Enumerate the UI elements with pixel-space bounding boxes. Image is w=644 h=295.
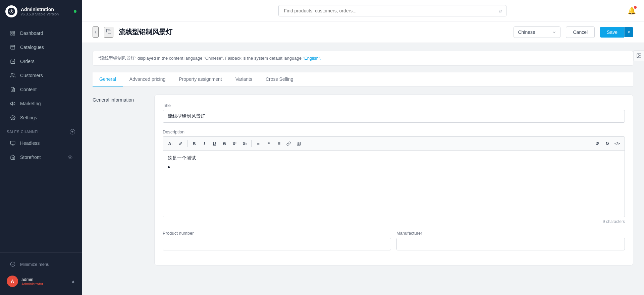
settings-icon: [9, 114, 16, 121]
svg-rect-4: [11, 45, 15, 49]
page-area: ‹ 流线型铝制风景灯 Chinese Cancel Save ▾ "流线型铝制风…: [82, 21, 644, 295]
sidebar-item-label: Dashboard: [20, 31, 43, 36]
user-name: admin: [21, 277, 71, 282]
rte-italic-button[interactable]: I: [200, 139, 209, 148]
product-number-input[interactable]: [163, 238, 391, 250]
sidebar-item-settings[interactable]: Settings: [3, 111, 79, 124]
rte-list-button[interactable]: [274, 139, 283, 148]
content-icon: [9, 86, 16, 93]
svg-rect-3: [11, 34, 12, 35]
rte-strikethrough-button[interactable]: S: [220, 139, 229, 148]
topbar-right: 🔔: [628, 7, 636, 15]
svg-point-12: [12, 117, 13, 118]
tab-cross-selling[interactable]: Cross Selling: [259, 72, 300, 86]
minimize-icon: [9, 261, 16, 268]
user-chevron-icon: ▲: [71, 279, 75, 284]
rte-separator: [187, 140, 187, 147]
title-input[interactable]: [163, 110, 625, 123]
search-container: ⌕: [278, 5, 506, 16]
page-header: ‹ 流线型铝制风景灯 Chinese Cancel Save ▾: [82, 21, 644, 43]
tab-variants[interactable]: Variants: [229, 72, 259, 86]
image-panel-icon[interactable]: [633, 50, 644, 61]
tab-general[interactable]: General: [93, 72, 123, 86]
tabs-bar: General Advanced pricing Property assign…: [93, 72, 633, 86]
rte-blockquote-button[interactable]: ❝: [264, 139, 273, 148]
svg-point-31: [638, 55, 638, 55]
sidebar-item-marketing[interactable]: Marketing: [3, 97, 79, 110]
rte-link-button[interactable]: [284, 139, 293, 148]
main-content: ⌕ 🔔 ‹ 流线型铝制风景灯 Chinese Cancel Save: [82, 0, 644, 295]
sidebar-item-orders[interactable]: Orders: [3, 55, 79, 68]
sales-channel-section: Sales Channel +: [0, 125, 82, 136]
description-field: Description A↓ ⤢ B I U S X² X₂: [163, 129, 625, 224]
rte-align-button[interactable]: ≡: [254, 139, 263, 148]
back-button[interactable]: ‹: [93, 26, 99, 38]
sidebar-footer: Minimize menu A admin Administrator ▲: [0, 252, 82, 295]
user-role: Administrator: [21, 282, 71, 286]
rte-text: 这是一个测试: [168, 155, 620, 161]
sidebar-item-customers[interactable]: Customers: [3, 69, 79, 82]
search-input[interactable]: [278, 5, 506, 16]
rte-font-size-button[interactable]: A↓: [166, 139, 175, 148]
tab-advanced-pricing[interactable]: Advanced pricing: [123, 72, 172, 86]
notification-dot: [634, 6, 637, 9]
rte-undo-button[interactable]: ↺: [592, 139, 602, 148]
sidebar-item-label: Settings: [20, 115, 37, 120]
headless-label: Headless: [20, 140, 40, 146]
language-value: Chinese: [518, 30, 535, 35]
sidebar-user[interactable]: A admin Administrator ▲: [0, 272, 82, 291]
manufacturer-input[interactable]: [396, 238, 625, 250]
cancel-button[interactable]: Cancel: [566, 26, 595, 38]
save-dropdown-button[interactable]: ▾: [624, 27, 633, 37]
sidebar-item-content[interactable]: Content: [3, 83, 79, 96]
sidebar-item-label: Customers: [20, 73, 43, 78]
rte-redo-button[interactable]: ↻: [602, 139, 612, 148]
save-button-group: Save ▾: [600, 27, 633, 38]
rte-table-button[interactable]: [294, 139, 303, 148]
marketing-icon: [9, 100, 16, 107]
sidebar-item-label: Marketing: [20, 101, 41, 106]
rte-expand-button[interactable]: ⤢: [176, 139, 185, 148]
sidebar-item-label: Catalogues: [20, 45, 44, 50]
minimize-menu-button[interactable]: Minimize menu: [3, 257, 79, 271]
search-icon: ⌕: [499, 8, 502, 14]
title-field: Title: [163, 103, 625, 123]
svg-point-16: [69, 157, 71, 158]
section-label-container: General information: [93, 95, 146, 266]
sidebar-item-dashboard[interactable]: Dashboard: [3, 26, 79, 40]
rte-separator-2: [251, 140, 252, 147]
language-notice: "流线型铝制风景灯" displayed in the content lang…: [93, 51, 633, 66]
svg-point-8: [11, 73, 13, 75]
sidebar-item-headless[interactable]: Headless: [3, 136, 79, 150]
storefront-label: Storefront: [20, 155, 41, 160]
product-number-label: Product number: [163, 231, 391, 236]
add-channel-icon[interactable]: +: [70, 129, 75, 134]
status-dot: [74, 10, 76, 13]
language-selector[interactable]: Chinese: [514, 26, 560, 38]
rte-content[interactable]: 这是一个测试: [163, 150, 625, 217]
sidebar-item-label: Content: [20, 87, 37, 92]
sidebar: Administration v6.3.5.0 Stable Version D…: [0, 0, 82, 295]
copy-button[interactable]: [104, 27, 113, 38]
svg-rect-13: [10, 141, 15, 144]
logo-inner: [8, 8, 15, 15]
tab-property-assignment[interactable]: Property assignment: [172, 72, 228, 86]
rte-superscript-button[interactable]: X²: [230, 139, 239, 148]
manufacturer-label: Manufacturer: [396, 231, 625, 236]
sidebar-item-catalogues[interactable]: Catalogues: [3, 41, 79, 54]
catalogues-icon: [9, 44, 16, 51]
rte-underline-button[interactable]: U: [210, 139, 219, 148]
rte-code-button[interactable]: </>: [612, 139, 622, 148]
rte-subscript-button[interactable]: X₂: [240, 139, 249, 148]
sidebar-item-storefront[interactable]: Storefront: [3, 151, 79, 164]
notification-bell[interactable]: 🔔: [628, 7, 636, 15]
save-button[interactable]: Save: [600, 27, 624, 38]
form-right: Title Description A↓ ⤢ B I: [154, 95, 633, 266]
svg-rect-0: [11, 31, 12, 33]
rte-bold-button[interactable]: B: [190, 139, 199, 148]
svg-marker-11: [10, 102, 12, 105]
language-link[interactable]: "English".: [303, 56, 321, 61]
rte-bullet: [168, 164, 620, 169]
form-card: Title Description A↓ ⤢ B I: [154, 95, 633, 266]
page-title: 流线型铝制风景灯: [119, 27, 508, 37]
